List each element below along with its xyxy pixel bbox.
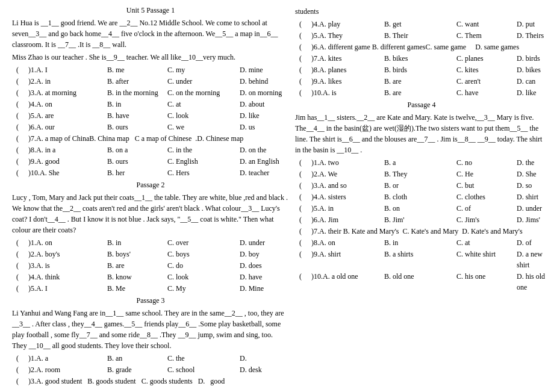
passage3-body: Li Yanhui and Wang Fang are in__1__ same… bbox=[12, 308, 289, 351]
p2-opt-3: ( )3.A. is B. are C. do D. does bbox=[12, 260, 289, 271]
p1-opt-5: ( )5.A. are B. have C. look D. like bbox=[12, 110, 289, 121]
p2-opt-4: ( )4.A. think B. know C. look D. have bbox=[12, 272, 289, 282]
p2-opt-1: ( )1.A. on B. in C. over D. under bbox=[12, 237, 289, 248]
p3-opt-2: ( )2.A. room B. grade C. school D. desk bbox=[12, 364, 289, 375]
rp1-opt-4: ( )4.A. play B. get C. want D. put bbox=[295, 19, 548, 30]
page: Unit 5 Passage 1 Li Hua is __1__ good fr… bbox=[12, 6, 542, 387]
passage2-options: ( )1.A. on B. in C. over D. under ( )2.A… bbox=[12, 237, 289, 294]
rp1-opt-6: ( )6.A. different game B. different game… bbox=[295, 42, 548, 52]
p2-opt-2: ( )2.A. boy's B. boys' C. boys D. boy bbox=[12, 249, 289, 260]
passage1-body1: Li Hua is __1__ good friend. We are __2_… bbox=[12, 17, 289, 50]
p3-opt-3: ( )3.A. good student B. goods student C.… bbox=[12, 376, 289, 387]
rp1-opt-8: ( )8.A. planes B. birds C. kites D. bike… bbox=[295, 64, 548, 75]
p1-opt-1: ( )1.A. I B. me C. my D. mine bbox=[12, 64, 289, 75]
p1-opt-3: ( )3.A. at morning B. in the morning C. … bbox=[12, 87, 289, 98]
p4-opt-4: ( )4.A. sisters B. cloth C. clothes D. s… bbox=[295, 191, 548, 202]
p4-opt-7: ( )7.A. their B. Kate and Mary's C. Kate… bbox=[295, 226, 548, 237]
left-column: Unit 5 Passage 1 Li Hua is __1__ good fr… bbox=[12, 6, 289, 387]
passage1-title: Unit 5 Passage 1 bbox=[12, 6, 289, 15]
passage3-title: Passage 3 bbox=[12, 296, 289, 305]
rp1-opt-7: ( )7.A. kites B. bikes C. planes D. bird… bbox=[295, 53, 548, 64]
p1-opt-2: ( )2.A. in B. after C. under D. behind bbox=[12, 76, 289, 87]
rp1-opt-9: ( )9.A. likes B. are C. aren't D. can bbox=[295, 76, 548, 87]
p4-opt-3: ( )3.A. and so B. or C. but D. so bbox=[295, 180, 548, 191]
passage2-title: Passage 2 bbox=[12, 181, 289, 190]
p1-opt-10: ( )10.A. She B. her C. Hers D. teacher bbox=[12, 167, 289, 178]
p4-opt-6: ( )6.A. Jim B. Jim' C. Jim's D. Jims' bbox=[295, 214, 548, 225]
p4-opt-5: ( )5.A. in B. on C. of D. under bbox=[295, 203, 548, 214]
p1-opt-9: ( )9.A. good B. ours C. English D. an En… bbox=[12, 156, 289, 167]
passage4-body: Jim has__1__ sisters.__2__ are Kate and … bbox=[295, 112, 548, 155]
p1-opt-6: ( )6.A. our B. ours C. we D. us bbox=[12, 122, 289, 132]
passage1-options-left: ( )1.A. I B. me C. my D. mine ( )2.A. in… bbox=[12, 64, 289, 178]
passage4-options: ( )1.A. two B. a C. no D. the ( )2.A. We… bbox=[295, 157, 548, 293]
p4-opt-8: ( )8.A. on B. in C. at D. of bbox=[295, 237, 548, 248]
p2-opt-5: ( )5.A. I B. Me C. My D. Mine bbox=[12, 283, 289, 294]
passage2-body: Lucy , Tom, Mary and Jack put their coat… bbox=[12, 192, 289, 235]
p4-opt-9: ( )9.A. shirt B. a shirts C. white shirt… bbox=[295, 249, 548, 270]
p4-opt-10: ( )10.A. a old one B. old one C. his one… bbox=[295, 271, 548, 293]
p4-opt-1: ( )1.A. two B. a C. no D. the bbox=[295, 157, 548, 168]
rp1-opt-10: ( )10.A. is B. are C. have D. like bbox=[295, 87, 548, 98]
p4-opt-2: ( )2.A. We B. They C. He D. She bbox=[295, 169, 548, 179]
p1-opt-4: ( )4.A. on B. in C. at D. about bbox=[12, 99, 289, 110]
passage3-options: ( )1.A. a B. an C. the D. ( )2.A. room B… bbox=[12, 353, 289, 387]
students-label: students bbox=[295, 6, 548, 17]
passage4-title: Passage 4 bbox=[295, 101, 548, 110]
right-column: students ( )4.A. play B. get C. want D. … bbox=[295, 6, 548, 387]
passage1-right-options: ( )4.A. play B. get C. want D. put ( )5.… bbox=[295, 19, 548, 98]
p1-opt-8: ( )8.A. in a B. on a C. in the D. on the bbox=[12, 145, 289, 155]
passage1-body2: Miss Zhao is our teacher . She is__9__ t… bbox=[12, 52, 289, 63]
rp1-opt-5: ( )5.A. They B. Their C. Them D. Theirs bbox=[295, 30, 548, 41]
p1-opt-7: ( )7.A. a map of ChinaB. China map C a m… bbox=[12, 133, 289, 144]
p3-opt-1: ( )1.A. a B. an C. the D. bbox=[12, 353, 289, 364]
